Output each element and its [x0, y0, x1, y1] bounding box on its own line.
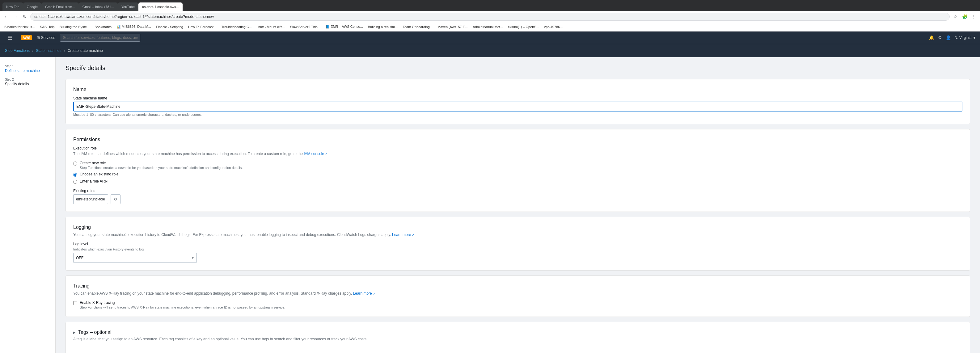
- sidebar-step-1[interactable]: Step 1 Define state machine: [0, 62, 55, 75]
- tab-youtube[interactable]: YouTube: [118, 2, 138, 11]
- breadcrumb-sep-2: ›: [64, 48, 65, 53]
- tab-google[interactable]: Google: [23, 2, 41, 11]
- user-icon[interactable]: 👤: [946, 35, 951, 40]
- state-machine-name-label: State machine name: [73, 96, 963, 100]
- execution-role-radio-group: Create new role Step Functions creates a…: [73, 161, 963, 184]
- tracing-section: Tracing You can enable AWS X-Ray tracing…: [65, 275, 970, 317]
- existing-roles-label: Existing roles: [73, 189, 108, 193]
- radio-choose-existing[interactable]: Choose an existing role: [73, 172, 963, 176]
- radio-enter-arn-label: Enter a role ARN: [80, 179, 108, 183]
- existing-roles-select[interactable]: emr-stepfunc-role: [73, 194, 108, 204]
- tags-desc: A tag is a label that you assign to an A…: [73, 337, 963, 341]
- bookmark-bookmarks[interactable]: Bookmarks: [93, 24, 113, 29]
- radio-create-new-desc: Step Functions creates a new role for yo…: [80, 166, 243, 170]
- radio-choose-existing-input[interactable]: [73, 173, 77, 176]
- log-level-select[interactable]: OFF ALL ERROR FATAL: [73, 253, 197, 263]
- xray-tracing-checkbox[interactable]: [73, 301, 77, 305]
- bookmark-building[interactable]: Building the Syste...: [58, 24, 91, 29]
- breadcrumb-step-functions[interactable]: Step Functions: [5, 48, 30, 53]
- bookmark-sas[interactable]: SAS Help: [38, 24, 57, 29]
- existing-roles-select-wrapper: emr-stepfunc-role: [73, 194, 108, 204]
- nav-toggle[interactable]: ☰: [4, 32, 16, 44]
- permissions-section: Permissions Execution role The IAM role …: [65, 129, 970, 212]
- tags-row[interactable]: ▶ Tags – optional: [73, 329, 963, 335]
- breadcrumb-state-machines[interactable]: State machines: [36, 48, 62, 53]
- page-title: Specify details: [65, 65, 970, 72]
- bookmark-mis[interactable]: 📊 MIS6326: Data M...: [115, 24, 153, 29]
- breadcrumb-sep-1: ›: [32, 48, 33, 53]
- tab-gmail-inbox[interactable]: Gmail – Inbox (781...: [79, 2, 118, 11]
- bookmark-vpc[interactable]: vpc-49786...: [542, 24, 565, 29]
- xray-tracing-checkbox-item[interactable]: Enable X-Ray tracing Step Functions will…: [73, 301, 963, 309]
- bookmark-admin[interactable]: AdminManual Met...: [471, 24, 505, 29]
- logging-section: Logging You can log your state machine's…: [65, 217, 970, 270]
- tab-new-tab[interactable]: New Tab: [2, 2, 23, 11]
- aws-nav-icons: 🔔 ⚙ 👤 N. Virginia ▼: [929, 35, 976, 40]
- logging-desc: You can log your state machine's executi…: [73, 232, 963, 237]
- permissions-section-title: Permissions: [73, 137, 963, 142]
- bookmark-finacle[interactable]: Finacle - Scripting: [154, 24, 185, 29]
- existing-roles-row: Existing roles emr-stepfunc-role ↻: [73, 189, 963, 204]
- radio-create-new[interactable]: Create new role Step Functions creates a…: [73, 161, 963, 170]
- bookmark-building-realtime[interactable]: Building a real tim...: [366, 24, 400, 29]
- settings-icon[interactable]: ⚙: [938, 35, 942, 40]
- tab-gmail[interactable]: Gmail: Email from...: [41, 2, 79, 11]
- sidebar-step-1-label: Step 1: [5, 65, 50, 68]
- breadcrumb-create: Create state machine: [68, 48, 103, 53]
- bookmark-emr[interactable]: 📘 EMR – AWS Conso...: [323, 24, 365, 29]
- bookmark-linux[interactable]: linux - Mount cifs...: [255, 24, 287, 29]
- back-button[interactable]: ←: [2, 13, 10, 21]
- tracing-learn-more-link[interactable]: Learn more: [353, 291, 375, 296]
- bookmark-button[interactable]: ☆: [951, 13, 959, 21]
- tab-aws-active[interactable]: us-east-1.console.aws...: [138, 2, 183, 11]
- tags-section-title: Tags – optional: [78, 329, 111, 335]
- bookmark-team[interactable]: Team Onboarding...: [401, 24, 434, 29]
- browser-tabs: New Tab Google Gmail: Email from... Gmai…: [0, 0, 980, 11]
- refresh-roles-button[interactable]: ↻: [111, 194, 121, 204]
- state-machine-name-hint: Must be 1–80 characters. Can use alphanu…: [73, 113, 963, 116]
- browser-nav: ← → ↻ ☆ 🧩 ⋮: [0, 11, 980, 22]
- aws-search-input[interactable]: [60, 33, 140, 42]
- services-menu[interactable]: ⊞ Services: [37, 35, 55, 40]
- bookmark-maven[interactable]: Maven (Aws157.E...: [436, 24, 469, 29]
- bookmark-troubleshooting[interactable]: Troubleshooting C...: [220, 24, 254, 29]
- sidebar-step-1-title[interactable]: Define state machine: [5, 68, 50, 73]
- bookmark-cksum[interactable]: cksum(1) – OpenS...: [506, 24, 541, 29]
- reload-button[interactable]: ↻: [21, 13, 29, 21]
- permissions-desc: The IAM role that defines which resource…: [73, 152, 963, 156]
- extensions-button[interactable]: 🧩: [961, 13, 968, 21]
- bookmarks-bar: Binaries for Nexus... SAS Help Building …: [0, 22, 980, 32]
- region-selector[interactable]: N. Virginia ▼: [955, 35, 976, 40]
- radio-create-new-input[interactable]: [73, 162, 77, 165]
- name-section-title: Name: [73, 87, 963, 92]
- radio-enter-arn-input[interactable]: [73, 180, 77, 184]
- app-layout: Step 1 Define state machine Step 2 Speci…: [0, 57, 980, 353]
- menu-button[interactable]: ⋮: [970, 13, 978, 21]
- radio-choose-existing-label: Choose an existing role: [80, 172, 118, 176]
- radio-create-new-label: Create new role: [80, 161, 243, 165]
- aws-topnav: ☰ AWS ⊞ Services 🔔 ⚙ 👤 N. Virginia ▼: [0, 32, 980, 44]
- state-machine-name-input[interactable]: [73, 102, 963, 111]
- bookmark-binaries[interactable]: Binaries for Nexus...: [2, 24, 37, 29]
- logging-learn-more-link[interactable]: Learn more: [392, 232, 414, 237]
- url-bar[interactable]: [30, 13, 950, 21]
- sidebar-step-2-title[interactable]: Specify details: [5, 82, 50, 86]
- notification-icon[interactable]: 🔔: [929, 35, 934, 40]
- main-content: Specify details Name State machine name …: [56, 57, 980, 353]
- forward-button[interactable]: →: [12, 13, 19, 21]
- tags-expand-icon: ▶: [73, 331, 76, 334]
- xray-tracing-label: Enable X-Ray tracing: [80, 301, 285, 305]
- sidebar: Step 1 Define state machine Step 2 Speci…: [0, 57, 56, 353]
- log-level-select-wrapper: OFF ALL ERROR FATAL: [73, 253, 197, 263]
- bookmark-forecast[interactable]: How To Forecast...: [186, 24, 218, 29]
- iam-console-link[interactable]: IAM console: [304, 152, 328, 156]
- execution-role-label: Execution role: [73, 146, 963, 150]
- aws-logo-badge: AWS: [21, 35, 32, 40]
- bookmark-slow-server[interactable]: Slow Server? This...: [288, 24, 322, 29]
- radio-enter-arn[interactable]: Enter a role ARN: [73, 179, 963, 184]
- tracing-desc: You can enable AWS X-Ray tracing on your…: [73, 291, 963, 296]
- log-level-label: Log level: [73, 242, 963, 246]
- log-level-hint: Indicates which execution History events…: [73, 247, 963, 251]
- name-section: Name State machine name Must be 1–80 cha…: [65, 79, 970, 124]
- sidebar-step-2[interactable]: Step 2 Specify details: [0, 75, 55, 89]
